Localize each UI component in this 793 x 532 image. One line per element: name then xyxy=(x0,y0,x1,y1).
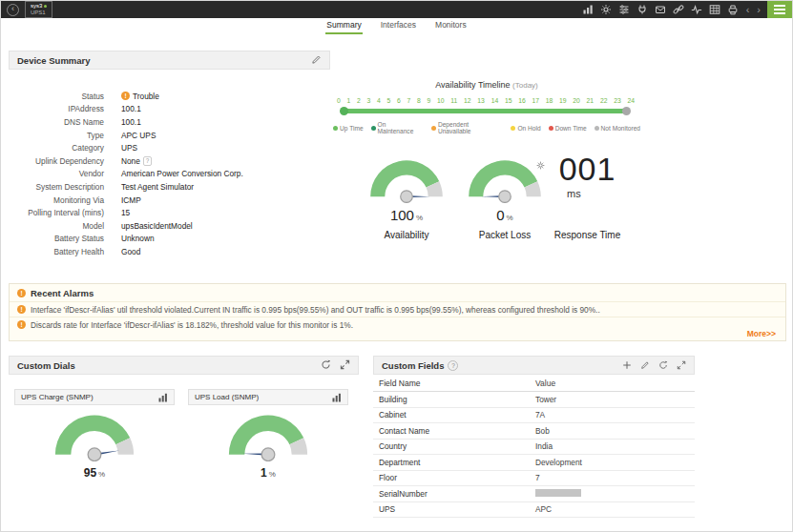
timeline-end-dot xyxy=(622,107,631,115)
legend-dependent-unavailable: Dependent Unavailable xyxy=(431,121,504,134)
field-value: APC UPS xyxy=(121,131,156,140)
alarm-message: Discards rate for Interface 'ifDescr-ifA… xyxy=(31,320,353,330)
field-row-type: Type APC UPS xyxy=(9,129,330,142)
field-value: 15 xyxy=(121,208,130,217)
chevron-left-icon[interactable]: ‹ xyxy=(745,1,751,18)
refresh-icon[interactable] xyxy=(321,357,331,374)
ups-charge-title: UPS Charge (SNMP) xyxy=(21,393,94,401)
tab-interfaces[interactable]: Interfaces xyxy=(380,18,417,34)
field-row-model: Model upsBasicIdentModel xyxy=(9,219,330,233)
trouble-icon: ! xyxy=(121,92,130,100)
table-row: Floor 7 xyxy=(373,471,695,487)
availability-gauge xyxy=(366,156,447,203)
device-summary-header: Device Summary xyxy=(9,51,330,70)
more-alarms-link[interactable]: More>> xyxy=(747,329,776,338)
device-name: sys3 xyxy=(31,3,42,10)
gear-icon[interactable] xyxy=(600,4,613,16)
field-label: Status xyxy=(9,92,104,101)
ups-load-card-header: UPS Load (SNMP) xyxy=(188,389,348,405)
custom-fields-header: Custom Fields ? xyxy=(373,356,695,375)
timeline-subtitle: (Today) xyxy=(512,81,538,90)
ups-charge-value: 95% xyxy=(14,466,175,480)
device-summary-title: Device Summary xyxy=(17,55,91,66)
back-icon[interactable]: ‹ xyxy=(7,4,19,16)
device-badge[interactable]: sys3 UPS1 xyxy=(25,1,52,18)
field-value: ICMP xyxy=(121,195,141,205)
tab-monitors[interactable]: Monitors xyxy=(434,18,468,34)
field-label: Polling Interval (mins) xyxy=(9,208,104,217)
expand-icon[interactable] xyxy=(340,357,350,374)
ups-charge-gauge xyxy=(51,411,138,461)
response-time-card: 001 ms xyxy=(542,151,633,199)
edit-icon[interactable] xyxy=(311,51,322,69)
recent-alarms-panel: ! Recent Alarms ! Interface 'ifDescr-ifA… xyxy=(9,283,786,341)
pulse-icon[interactable] xyxy=(691,4,703,16)
timeline-ticks: 0123456789101112131415161718192021222324 xyxy=(337,97,635,104)
field-label: System Description xyxy=(9,182,104,192)
alarm-severity-icon: ! xyxy=(17,305,26,314)
field-row-ipaddress: IPAddress 100.1 xyxy=(9,103,330,116)
legend-down-time: Down Time xyxy=(549,125,587,132)
chart-icon[interactable] xyxy=(158,389,168,406)
response-time-unit: ms xyxy=(567,188,633,199)
field-label: Type xyxy=(9,131,104,140)
plug-icon[interactable] xyxy=(636,4,649,16)
packet-loss-label: Packet Loss xyxy=(465,230,545,240)
device-summary-list: Status ! Trouble IPAddress 100.1 DNS Nam… xyxy=(9,90,330,258)
field-label: IPAddress xyxy=(9,104,104,113)
timeline-bar[interactable] xyxy=(342,109,628,113)
mail-icon[interactable] xyxy=(655,4,667,16)
legend-dot xyxy=(431,126,436,131)
sliders-icon[interactable] xyxy=(618,4,631,16)
alarm-row[interactable]: ! Discards rate for Interface 'ifDescr-i… xyxy=(10,317,785,332)
table-row: Cabinet 7A xyxy=(373,408,695,424)
expand-icon[interactable] xyxy=(677,357,686,374)
field-label: DNS Name xyxy=(9,117,104,127)
custom-dials-title: Custom Dials xyxy=(17,360,75,371)
availability-value: 100% xyxy=(366,207,447,223)
legend-not-monitored: Not Monitored xyxy=(595,125,640,132)
field-label: Battery Health xyxy=(9,247,104,256)
table-row: Country India xyxy=(373,440,695,456)
ups-load-value: 1% xyxy=(188,466,348,480)
legend-dot xyxy=(511,126,515,131)
chart-icon[interactable] xyxy=(332,389,342,406)
alarm-row[interactable]: ! Interface 'ifDescr-ifAlias' util thres… xyxy=(10,301,785,317)
field-value: ! Trouble xyxy=(121,92,159,101)
timeline-legend: Up Time On Maintenance Dependent Unavail… xyxy=(333,121,640,134)
response-time-label: Response Time xyxy=(542,230,633,240)
field-row-uplink-dependency: Uplink Dependency None ? xyxy=(9,154,330,168)
field-value: 100.1 xyxy=(121,104,141,113)
packet-loss-value: 0% xyxy=(465,207,545,223)
chevron-right-icon[interactable]: › xyxy=(756,1,762,18)
availability-label: Availability xyxy=(366,230,447,240)
hamburger-menu-button[interactable] xyxy=(767,1,792,18)
legend-dot xyxy=(333,126,338,131)
field-value: None ? xyxy=(121,156,152,166)
table-row: Contact Name Bob xyxy=(373,423,695,440)
device-type: UPS1 xyxy=(31,10,47,16)
field-label: Monitoring Via xyxy=(9,195,104,205)
help-icon[interactable]: ? xyxy=(448,360,458,371)
add-icon[interactable] xyxy=(622,357,632,374)
response-time-value: 001 xyxy=(542,151,633,187)
help-icon[interactable]: ? xyxy=(143,156,153,166)
field-row-battery-status: Battery Status Unknown xyxy=(9,233,330,246)
edit-icon[interactable] xyxy=(640,357,650,374)
field-row-monitoring-via: Monitoring Via ICMP xyxy=(9,194,330,207)
table-row: Department Development xyxy=(373,455,695,471)
device-status-dot xyxy=(44,5,47,8)
bar-chart-icon[interactable] xyxy=(582,4,595,16)
field-row-dns-name: DNS Name 100.1 xyxy=(9,115,330,129)
field-row-category: Category UPS xyxy=(9,141,330,154)
grid-icon[interactable] xyxy=(709,4,721,16)
field-row-system-description: System Description Test Agent Simulator xyxy=(9,180,330,194)
printer-icon[interactable] xyxy=(727,4,740,16)
field-label: Model xyxy=(9,221,104,231)
legend-dot xyxy=(595,126,599,131)
link-icon[interactable] xyxy=(673,4,685,16)
packet-loss-gauge xyxy=(465,156,545,203)
column-field-name: Field Name xyxy=(373,379,535,388)
tab-summary[interactable]: Summary xyxy=(325,18,362,34)
refresh-icon[interactable] xyxy=(658,357,668,374)
